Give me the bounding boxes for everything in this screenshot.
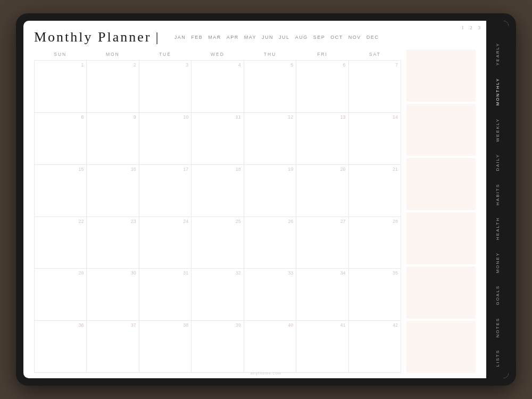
calendar-cell[interactable]: 14 [349,113,401,165]
calendar-cell[interactable]: 17 [139,165,192,217]
calendar-cell[interactable]: 33 [244,269,296,321]
month-label-nov[interactable]: NOV [348,35,361,40]
month-label-dec[interactable]: DEC [367,35,379,40]
calendar-cell[interactable]: 5 [244,61,296,113]
calendar-cell[interactable]: 35 [349,269,401,321]
watermark: anytheme.com [251,371,281,375]
calendar-cell[interactable]: 20 [296,165,348,217]
calendar-cell[interactable]: 31 [139,269,192,321]
calendar-cell[interactable]: 16 [87,165,139,217]
month-label-jan[interactable]: JAN [174,35,186,40]
calendar-cell[interactable]: 24 [139,217,192,269]
sidebar-item-monthly[interactable]: MONTHLY [494,76,501,108]
page-num-2[interactable]: 2 [470,25,473,30]
month-label-may[interactable]: MAY [244,35,256,40]
side-panel-1[interactable] [406,49,476,102]
sidebar-item-health[interactable]: HEALTH [494,215,501,242]
cell-number: 7 [395,62,398,68]
calendar-cell[interactable]: 10 [139,113,192,165]
day-header-wed: WED [192,49,244,59]
calendar-cell[interactable]: 19 [244,165,296,217]
cell-number: 22 [78,219,84,224]
calendar-cell[interactable]: 3 [139,61,192,113]
day-header-sun: SUN [34,49,87,59]
calendar-cell[interactable]: 28 [349,217,401,269]
cell-number: 12 [288,114,293,120]
title-section: Monthly Planner | [34,29,159,45]
header: Monthly Planner | JANFEBMARAPRMAYJUNJULA… [23,21,486,49]
sidebar-item-lists[interactable]: LISTS [494,347,501,369]
sidebar-item-notes[interactable]: NOTES [494,315,501,340]
calendar-cell[interactable]: 12 [244,113,296,165]
cell-number: 32 [236,270,241,276]
cell-number: 27 [340,219,346,224]
calendar-cell[interactable]: 13 [296,113,348,165]
calendar-cell[interactable]: 40 [244,321,296,373]
cell-number: 13 [340,114,346,120]
month-label-feb[interactable]: FEB [191,35,203,40]
page-num-1[interactable]: 1 [462,25,465,30]
side-panel-3[interactable] [406,158,476,210]
cell-number: 21 [393,167,398,172]
cell-number: 36 [78,322,84,328]
calendar-cell[interactable]: 41 [296,321,348,373]
calendar-cell[interactable]: 39 [192,321,244,373]
side-panel-4[interactable] [406,212,476,264]
calendar-cell[interactable]: 9 [87,113,139,165]
month-label-oct[interactable]: OCT [330,35,343,40]
calendar-cell[interactable]: 7 [349,61,401,113]
month-label-jun[interactable]: JUN [262,35,273,40]
month-label-apr[interactable]: APR [227,35,239,40]
side-panel-5[interactable] [406,267,476,319]
calendar-cell[interactable]: 38 [139,321,192,373]
right-sidebar: YEARLYMONTHLYWEEKLYDAILYHABITSHEALTHMONE… [486,21,509,378]
calendar-cell[interactable]: 42 [349,321,401,373]
calendar-cell[interactable]: 25 [192,217,244,269]
cell-number: 20 [340,167,346,172]
sidebar-item-habits[interactable]: HABITS [494,181,501,207]
sidebar-item-yearly[interactable]: YEARLY [494,40,501,68]
calendar-cell[interactable]: 36 [35,321,87,373]
sidebar-item-daily[interactable]: DAILY [494,152,501,173]
month-label-mar[interactable]: MAR [208,35,221,40]
calendar-cell[interactable]: 26 [244,217,296,269]
calendar-cell[interactable]: 32 [192,269,244,321]
calendar-cell[interactable]: 6 [296,61,348,113]
calendar-cell[interactable]: 23 [87,217,139,269]
cell-number: 33 [288,270,293,276]
month-label-jul[interactable]: JUL [279,35,290,40]
calendar-cell[interactable]: 29 [35,269,87,321]
calendar-cell[interactable]: 34 [296,269,348,321]
cell-number: 40 [288,322,293,328]
day-header-thu: THU [244,49,296,59]
calendar-cell[interactable]: 1 [35,61,87,113]
cell-number: 26 [288,219,293,224]
calendar-cell[interactable]: 8 [35,113,87,165]
sidebar-item-goals[interactable]: GOALS [494,283,501,307]
calendar-cell[interactable]: 15 [35,165,87,217]
day-header-sat: SAT [348,49,401,59]
calendar-cell[interactable]: 22 [35,217,87,269]
day-headers: SUNMONTUEWEDTHUFRISAT [34,49,401,59]
cell-number: 30 [131,270,136,276]
calendar-cell[interactable]: 21 [349,165,401,217]
cell-number: 8 [81,114,84,120]
calendar-cell[interactable]: 37 [87,321,139,373]
month-label-aug[interactable]: AUG [295,35,308,40]
cell-number: 16 [131,167,136,172]
side-panel-2[interactable] [406,104,476,156]
cell-number: 37 [131,322,136,328]
side-panel-6[interactable] [406,321,476,373]
sidebar-item-money[interactable]: MONEY [494,250,501,275]
page-num-3[interactable]: 3 [478,25,481,30]
calendar-cell[interactable]: 2 [87,61,139,113]
calendar-cell[interactable]: 30 [87,269,139,321]
calendar-cell[interactable]: 27 [296,217,348,269]
calendar-cell[interactable]: 4 [192,61,244,113]
sidebar-item-weekly[interactable]: WEEKLY [494,116,501,144]
month-label-sep[interactable]: SEP [313,35,326,40]
cell-number: 3 [186,62,188,68]
calendar-cell[interactable]: 18 [192,165,244,217]
cell-number: 28 [393,219,398,224]
calendar-cell[interactable]: 11 [192,113,244,165]
